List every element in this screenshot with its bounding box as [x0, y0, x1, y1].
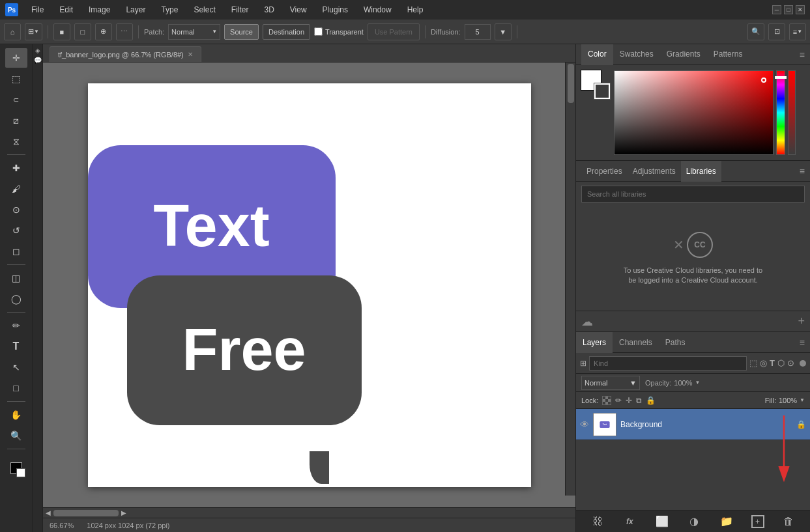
lock-checkerboard[interactable]	[602, 396, 611, 405]
horizontal-scrollbar[interactable]: ◀ ▶	[43, 507, 575, 518]
menu-edit[interactable]: Edit	[57, 4, 76, 16]
alpha-slider[interactable]	[788, 70, 796, 155]
new-layer-button[interactable]: +	[751, 515, 764, 528]
lock-move[interactable]: ✛	[626, 396, 632, 405]
zoom-tool[interactable]: 🔍	[5, 426, 27, 445]
menu-filter[interactable]: Filter	[229, 4, 252, 16]
menu-layer[interactable]: Layer	[123, 4, 148, 16]
filter-status[interactable]	[800, 360, 806, 367]
maximize-button[interactable]: □	[784, 5, 793, 14]
menu-help[interactable]: Help	[405, 4, 426, 16]
layer-row-background[interactable]: 👁 Text Background 🔒	[576, 409, 810, 440]
menu-view[interactable]: View	[287, 4, 310, 16]
crop-tool[interactable]: ⧄	[5, 111, 27, 130]
diffusion-input[interactable]: 5	[465, 24, 491, 40]
delete-layer-button[interactable]: 🗑	[781, 514, 796, 529]
type-filter-icon[interactable]: T	[770, 358, 775, 368]
blend-mode-dropdown[interactable]: Normal ▼	[581, 376, 640, 390]
group-button[interactable]: 📁	[719, 514, 734, 529]
patch-dropdown[interactable]: Normal ▼	[168, 24, 220, 40]
search-button[interactable]: 🔍	[747, 23, 764, 40]
text-tool[interactable]: T	[5, 337, 27, 356]
path-select-tool[interactable]: ↖	[5, 357, 27, 377]
eraser-tool[interactable]: ◻	[5, 242, 27, 261]
layers-panel-menu[interactable]: ≡	[800, 337, 810, 348]
source-button[interactable]: Source	[224, 24, 259, 40]
color-gradient-field[interactable]	[614, 70, 774, 155]
tab-channels[interactable]: Channels	[613, 332, 659, 353]
panel-controls-button[interactable]: ≡▼	[789, 23, 806, 40]
mask-button[interactable]: ⬜	[654, 514, 670, 529]
vertical-scrollbar[interactable]	[565, 63, 575, 496]
tab-layers[interactable]: Layers	[576, 332, 613, 353]
tab-swatches[interactable]: Swatches	[613, 44, 660, 65]
rect-tool-button[interactable]: ■	[53, 23, 70, 40]
fx-button[interactable]: fx	[622, 514, 637, 529]
arrange-tool-button[interactable]: ⊞▼	[25, 23, 42, 40]
history-tool[interactable]: ↺	[5, 221, 27, 240]
pen-tool[interactable]: ✏	[5, 316, 27, 335]
library-search[interactable]	[581, 186, 805, 203]
marquee-tool[interactable]: ⬚	[5, 69, 27, 89]
link-layers-button[interactable]: ⛓	[590, 514, 605, 529]
tab-libraries[interactable]: Libraries	[681, 161, 721, 182]
menu-3d[interactable]: 3D	[261, 4, 276, 16]
color-swatches[interactable]	[5, 453, 27, 484]
tab-gradients[interactable]: Gradients	[660, 44, 707, 65]
adjustment-layer-button[interactable]: ◑	[686, 514, 702, 529]
fill-value[interactable]: 100%	[779, 397, 797, 404]
gradient-tool[interactable]: ◫	[5, 268, 27, 288]
lock-brush[interactable]: ✏	[615, 396, 622, 405]
tab-patterns[interactable]: Patterns	[707, 44, 749, 65]
eyedropper-tool[interactable]: ⧖	[5, 132, 27, 151]
tab-properties[interactable]: Properties	[581, 161, 628, 182]
close-button[interactable]: ✕	[796, 5, 805, 14]
home-tool-button[interactable]: ⌂	[4, 23, 21, 40]
diffusion-dropdown[interactable]: ▼	[495, 23, 512, 40]
use-pattern-button[interactable]: Use Pattern	[368, 23, 420, 40]
brush-tool[interactable]: 🖌	[5, 179, 27, 199]
lasso-tool-button[interactable]: ⋯	[116, 23, 133, 40]
add-layer-button[interactable]: □	[74, 23, 91, 40]
properties-panel-menu[interactable]: ≡	[800, 166, 805, 176]
tab-adjustments[interactable]: Adjustments	[628, 161, 681, 182]
menu-image[interactable]: Image	[86, 4, 113, 16]
sample-icon[interactable]: ◈	[35, 47, 40, 54]
tab-color[interactable]: Color	[581, 44, 613, 65]
color-panel-menu[interactable]: ≡	[800, 49, 805, 60]
document-tab[interactable]: tf_banner_logo.png @ 66.7% (RGB/8#) ✕	[50, 46, 201, 62]
adjustment-filter-icon[interactable]: ◎	[760, 358, 767, 368]
menu-select[interactable]: Select	[191, 4, 218, 16]
vertical-scroll-thumb[interactable]	[568, 64, 574, 103]
shape-filter-icon[interactable]: ⬡	[777, 358, 785, 368]
shape-tool[interactable]: □	[5, 378, 27, 398]
layer-visibility-icon[interactable]: 👁	[580, 419, 589, 430]
scroll-left-arrow[interactable]: ◀	[46, 509, 51, 516]
fill-arrow[interactable]: ▼	[800, 397, 805, 403]
opacity-arrow[interactable]: ▼	[695, 380, 701, 385]
lock-artboard[interactable]: ⧉	[636, 396, 642, 405]
smart-filter-icon[interactable]: ⊙	[787, 358, 794, 368]
menu-plugins[interactable]: Plugins	[320, 4, 351, 16]
transparent-checkbox[interactable]	[314, 27, 323, 36]
comment-icon[interactable]: 💬	[34, 57, 42, 64]
kind-filter[interactable]	[589, 356, 747, 371]
lasso-tool[interactable]: ⊂	[5, 90, 27, 109]
move-tool[interactable]: ✛	[5, 48, 27, 68]
tab-close-button[interactable]: ✕	[188, 51, 193, 58]
destination-button[interactable]: Destination	[263, 24, 310, 40]
opacity-value[interactable]: 100%	[674, 379, 692, 387]
dodge-tool[interactable]: ◯	[5, 289, 27, 309]
fg-bg-swatches[interactable]	[581, 70, 610, 99]
minimize-button[interactable]: ─	[772, 5, 781, 14]
menu-file[interactable]: File	[29, 4, 46, 16]
healing-tool[interactable]: ✚	[5, 158, 27, 178]
scroll-right-arrow[interactable]: ▶	[121, 509, 126, 516]
pixel-filter-icon[interactable]: ⬚	[749, 358, 757, 368]
move-tool-button[interactable]: ⊕	[95, 23, 112, 40]
hand-tool[interactable]: ✋	[5, 405, 27, 425]
lock-padlock[interactable]: 🔒	[646, 396, 656, 405]
tab-paths[interactable]: Paths	[659, 332, 692, 353]
view-controls-button[interactable]: ⊡	[768, 23, 785, 40]
background-swatch[interactable]	[594, 83, 610, 99]
